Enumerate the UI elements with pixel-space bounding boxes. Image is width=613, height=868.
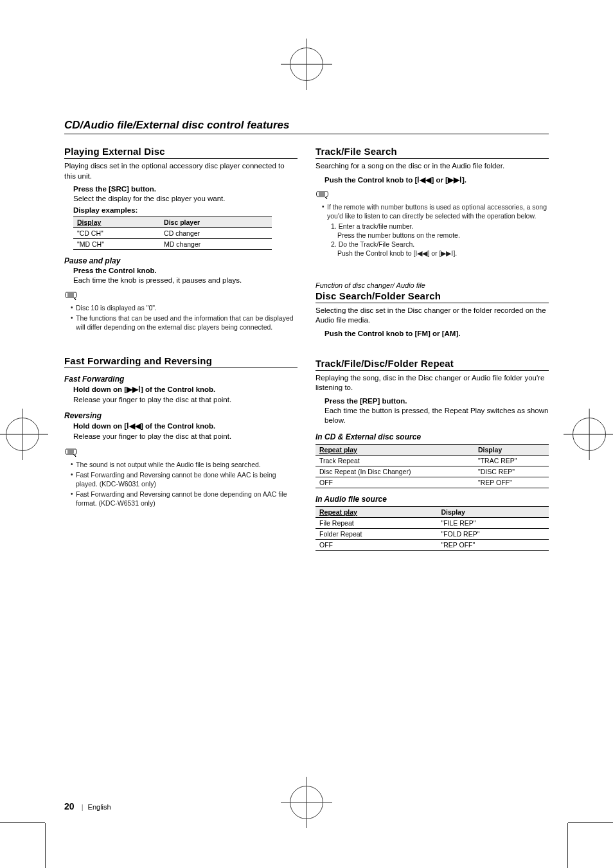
table-row: "MD CH"MD changer: [73, 238, 272, 249]
note-text: If the remote with number buttons is use…: [327, 203, 547, 220]
cell: "FILE REP": [437, 517, 549, 528]
next-track-icon: ▶▶Ⅰ: [441, 249, 453, 257]
page-language: English: [88, 803, 111, 811]
note-item: Disc 10 is displayed as "0".: [71, 303, 298, 312]
ff-desc: Release your finger to play the disc at …: [73, 395, 298, 405]
footer-separator: |: [82, 803, 84, 811]
pause-desc: Each time the knob is pressed, it pauses…: [73, 276, 298, 286]
columns: Playing External Disc Playing discs set …: [64, 146, 549, 554]
repeat-desc: Each time the button is pressed, the Rep…: [324, 406, 549, 426]
corner-br: [568, 823, 613, 868]
prev-track-icon: Ⅰ◀◀: [127, 422, 141, 430]
audio-repeat-table: Repeat play Display File Repeat"FILE REP…: [315, 506, 549, 551]
heading-track-file-search: Track/File Search: [315, 146, 549, 159]
table-header-repeat-play: Repeat play: [315, 506, 437, 517]
heading-fast-forwarding-reversing: Fast Forwarding and Reversing: [64, 355, 298, 368]
cell: MD changer: [160, 238, 272, 249]
disc-search-funcline: Function of disc changer/ Audio file: [315, 281, 549, 289]
substep-2-label: 2. Do the Track/File Search.: [331, 240, 549, 249]
cell: "CD CH": [73, 227, 160, 238]
cropmark-right: [573, 418, 606, 451]
step-press-src: Press the [SRC] button.: [73, 185, 298, 193]
note-item: The sound is not output while the Audio …: [71, 460, 298, 469]
cell: CD changer: [160, 227, 272, 238]
note-item: Fast Forwarding and Reversing cannot be …: [71, 470, 298, 488]
table-row: Disc Repeat (In Disc Changer)"DISC REP": [315, 466, 549, 477]
cell: Disc Repeat (In Disc Changer): [315, 466, 474, 477]
cell: "DISC REP": [474, 466, 549, 477]
note-icon: [64, 290, 78, 302]
table-row: Track Repeat"TRAC REP": [315, 455, 549, 466]
heading-disc-folder-search: Disc Search/Folder Search: [315, 290, 549, 303]
audio-file-heading: In Audio file source: [315, 495, 549, 504]
page-footer: 20 | English: [64, 801, 111, 811]
next-track-icon: ▶▶Ⅰ: [127, 385, 141, 393]
note-item: The functions that can be used and the i…: [71, 314, 298, 332]
disc-search-step: Push the Control knob to [FM] or [AM].: [324, 330, 549, 337]
page-number: 20: [64, 801, 75, 811]
playing-external-steps: Press the [SRC] button. Select the displ…: [73, 185, 298, 214]
step-hold-rev: Hold down on [Ⅰ◀◀] of the Control knob.: [73, 421, 298, 430]
prev-track-icon: Ⅰ◀◀: [415, 249, 427, 257]
cell: "REP OFF": [474, 477, 549, 488]
step-push-knob-prev-next: Push the Control knob to [Ⅰ◀◀] or [▶▶Ⅰ].: [324, 175, 549, 184]
table-header-display: Display: [73, 217, 160, 227]
track-search-step: Push the Control knob to [Ⅰ◀◀] or [▶▶Ⅰ].: [324, 175, 549, 184]
rev-desc: Release your finger to play the disc at …: [73, 432, 298, 442]
table-row: Folder Repeat"FOLD REP": [315, 528, 549, 539]
note-icon: [315, 190, 330, 201]
table-row: OFF"REP OFF": [315, 477, 549, 488]
cell: "TRAC REP": [474, 455, 549, 466]
track-search-intro: Searching for a song on the disc or in t…: [315, 161, 549, 172]
display-examples-table: Display Disc player "CD CH"CD changer "M…: [73, 217, 272, 250]
substep-1-label: 1. Enter a track/file number.: [331, 222, 549, 231]
table-row: File Repeat"FILE REP": [315, 517, 549, 528]
cell: OFF: [315, 477, 474, 488]
reversing-heading: Reversing: [64, 411, 298, 420]
table-header-repeat-play: Repeat play: [315, 444, 474, 455]
table-header-display: Display: [437, 506, 549, 517]
track-search-notes: If the remote with number buttons is use…: [322, 202, 549, 258]
step-push-knob-fm-am: Push the Control knob to [FM] or [AM].: [324, 330, 549, 337]
section-title: CD/Audio file/External disc control feat…: [64, 119, 549, 134]
heading-playing-external-disc: Playing External Disc: [64, 146, 298, 159]
playing-external-intro: Playing discs set in the optional access…: [64, 161, 298, 181]
cell: Track Repeat: [315, 455, 474, 466]
cell: "REP OFF": [437, 539, 549, 550]
substeps: 1. Enter a track/file number. Press the …: [331, 222, 549, 258]
cell: File Repeat: [315, 517, 437, 528]
substep-2-desc: Push the Control knob to [Ⅰ◀◀] or [▶▶Ⅰ].: [331, 249, 549, 258]
table-row: "CD CH"CD changer: [73, 227, 272, 238]
fast-forwarding-heading: Fast Forwarding: [64, 375, 298, 384]
step-press-control-knob: Press the Control knob.: [73, 267, 298, 274]
right-column: Track/File Search Searching for a song o…: [315, 146, 549, 554]
note-item: Fast Forwarding and Reversing cannot be …: [71, 490, 298, 508]
corner-bl: [0, 823, 45, 868]
step-hold-ff: Hold down on [▶▶Ⅰ] of the Control knob.: [73, 385, 298, 394]
left-column: Playing External Disc Playing discs set …: [64, 146, 298, 554]
disc-search-intro: Selecting the disc set in the Disc chang…: [315, 306, 549, 326]
display-examples-label: Display examples:: [73, 206, 298, 214]
cell: Folder Repeat: [315, 528, 437, 539]
ffrev-notes: The sound is not output while the Audio …: [71, 460, 298, 508]
ff-block: Hold down on [▶▶Ⅰ] of the Control knob. …: [73, 385, 298, 405]
pause-block: Press the Control knob. Each time the kn…: [73, 267, 298, 286]
cd-repeat-table: Repeat play Display Track Repeat"TRAC RE…: [315, 444, 549, 488]
note-item: If the remote with number buttons is use…: [322, 202, 549, 258]
rev-block: Hold down on [Ⅰ◀◀] of the Control knob. …: [73, 421, 298, 442]
cropmark-bottom: [290, 786, 323, 819]
cell: "FOLD REP": [437, 528, 549, 539]
substep-1-desc: Press the number buttons on the remote.: [331, 231, 549, 240]
pause-notes: Disc 10 is displayed as "0". The functio…: [71, 303, 298, 332]
page: CD/Audio file/External disc control feat…: [0, 0, 613, 868]
cell: OFF: [315, 539, 437, 550]
cell: "MD CH": [73, 238, 160, 249]
cd-external-heading: In CD & External disc source: [315, 432, 549, 441]
table-header-display: Display: [474, 444, 549, 455]
next-track-icon: ▶▶Ⅰ: [448, 176, 462, 184]
step-press-rep: Press the [REP] button.: [324, 397, 549, 405]
table-row: OFF"REP OFF": [315, 539, 549, 550]
note-icon: [64, 447, 78, 459]
heading-repeat: Track/File/Disc/Folder Repeat: [315, 358, 549, 371]
cropmark-top: [290, 48, 323, 81]
